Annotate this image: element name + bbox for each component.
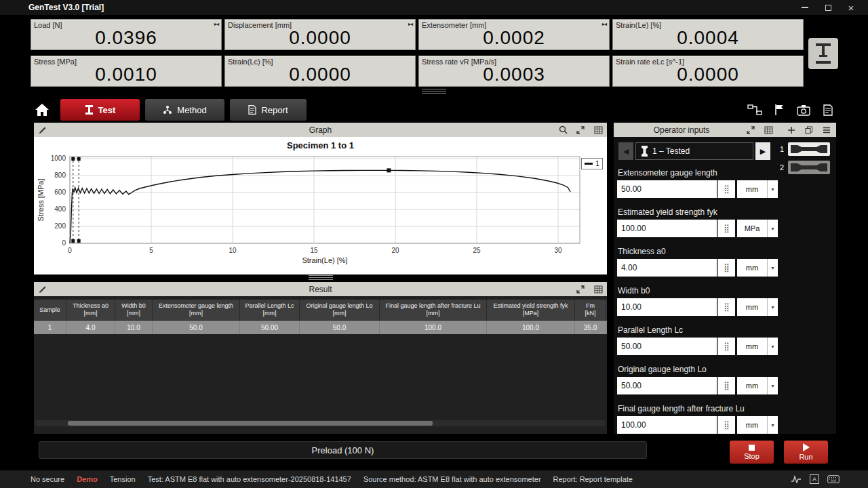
result-panel-title: Result bbox=[34, 285, 607, 294]
scrollbar-thumb[interactable] bbox=[68, 421, 433, 426]
table-cell[interactable]: 100.0 bbox=[380, 321, 487, 334]
collapse-arrows-icon[interactable]: ▸◂ bbox=[408, 21, 412, 27]
svg-text:600: 600 bbox=[54, 188, 66, 196]
field-input[interactable]: 50.00 bbox=[617, 180, 717, 198]
specimen-list-item[interactable]: 2 bbox=[778, 159, 836, 176]
specimen-number: 2 bbox=[778, 163, 785, 171]
column-header[interactable]: Parallel Length Lc[mm] bbox=[240, 300, 300, 320]
field-input[interactable]: 100.00 bbox=[617, 416, 717, 434]
unit-dropdown[interactable]: mm▾ bbox=[737, 377, 778, 394]
column-header[interactable]: Width b0[mm] bbox=[115, 300, 153, 320]
machine-status-icon[interactable] bbox=[808, 38, 838, 69]
zoom-icon[interactable] bbox=[557, 125, 568, 135]
readout-value: 0.0000 bbox=[225, 27, 415, 49]
splitter-handle-middle[interactable] bbox=[309, 275, 333, 280]
svg-text:30: 30 bbox=[554, 247, 562, 254]
plot-area[interactable]: Specimen 1 to 1 020040060080010000510152… bbox=[34, 137, 607, 274]
legend-series-1[interactable]: 1 bbox=[581, 158, 603, 169]
keypad-icon[interactable]: ⣿ bbox=[717, 416, 735, 434]
keypad-icon[interactable]: ⣿ bbox=[717, 298, 735, 316]
statusbar-items: No secureDemoTensionTest: ASTM E8 flat w… bbox=[31, 475, 633, 483]
keypad-icon[interactable]: ⣿ bbox=[717, 180, 735, 198]
horizontal-scrollbar[interactable] bbox=[35, 420, 606, 426]
readout-value: 0.0396 bbox=[31, 27, 221, 49]
statusbar-item: Demo bbox=[77, 475, 98, 483]
minimize-icon[interactable] bbox=[793, 0, 816, 15]
operator-fields: Extensometer gauge length50.00⣿mm▾Estima… bbox=[614, 123, 778, 434]
result-row[interactable]: 14.010.050.050.0050.0100.0100.035.0 bbox=[34, 321, 607, 334]
readout-cell: Displacement [mm]0.0000▸◂ bbox=[224, 19, 416, 50]
column-header[interactable]: Fm[kN] bbox=[575, 300, 606, 320]
tab-bar: Test Method Report bbox=[0, 98, 868, 122]
camera-icon[interactable] bbox=[795, 102, 812, 118]
keypad-icon[interactable]: ⣿ bbox=[717, 338, 735, 355]
grid-icon[interactable] bbox=[593, 125, 604, 135]
table-cell[interactable]: 50.0 bbox=[153, 321, 240, 334]
expand-icon[interactable] bbox=[575, 284, 586, 294]
input-language-icon[interactable]: A bbox=[810, 474, 819, 484]
flag-icon[interactable] bbox=[770, 102, 788, 118]
plot-title: Specimen 1 to 1 bbox=[34, 140, 607, 150]
table-cell[interactable]: 50.00 bbox=[240, 321, 300, 334]
column-header[interactable]: Sample bbox=[34, 300, 66, 320]
readout-cell: Load [N]0.0396▸◂ bbox=[31, 19, 222, 50]
collapse-arrows-icon[interactable]: ▸◂ bbox=[214, 21, 218, 27]
column-header[interactable]: Original gauge length Lo[mm] bbox=[300, 300, 380, 320]
table-cell[interactable]: 100.0 bbox=[487, 321, 575, 334]
field-input[interactable]: 4.00 bbox=[617, 259, 717, 277]
table-cell[interactable]: 35.0 bbox=[575, 321, 606, 334]
svg-text:0: 0 bbox=[62, 239, 66, 247]
specimen-number: 1 bbox=[778, 145, 785, 153]
collapse-arrows-icon[interactable]: ▸◂ bbox=[602, 21, 606, 27]
tab-label: Method bbox=[177, 105, 206, 115]
grid-icon[interactable] bbox=[593, 284, 604, 294]
readout-value: 0.0000 bbox=[225, 64, 415, 85]
column-header[interactable]: Final gauge length after fracture Lu[mm] bbox=[380, 300, 487, 320]
workflow-icon[interactable] bbox=[746, 102, 764, 118]
stop-button[interactable]: Stop bbox=[730, 441, 774, 464]
keypad-icon[interactable]: ⣿ bbox=[717, 259, 735, 277]
splitter-handle-top[interactable] bbox=[422, 89, 446, 94]
keypad-icon[interactable]: ⣿ bbox=[717, 220, 735, 237]
readout-value: 0.0010 bbox=[31, 64, 221, 85]
table-cell[interactable]: 50.0 bbox=[300, 321, 380, 334]
specimen-thumbnail-icon bbox=[788, 161, 830, 174]
tab-report[interactable]: Report bbox=[230, 99, 307, 121]
unit-dropdown[interactable]: mm▾ bbox=[737, 416, 778, 434]
dropdown-arrow-icon: ▾ bbox=[767, 377, 778, 394]
expand-icon[interactable] bbox=[575, 125, 586, 135]
readout-value: 0.0004 bbox=[613, 27, 803, 49]
unit-dropdown[interactable]: mm▾ bbox=[737, 298, 778, 316]
dropdown-arrow-icon: ▾ bbox=[767, 220, 778, 237]
document-icon[interactable] bbox=[819, 102, 837, 118]
unit-dropdown[interactable]: mm▾ bbox=[737, 259, 778, 277]
stress-strain-chart: 02004006008001000051015202530Strain(Le) … bbox=[34, 137, 607, 274]
tab-test[interactable]: Test bbox=[60, 99, 140, 121]
table-cell[interactable]: 4.0 bbox=[66, 321, 115, 334]
column-header[interactable]: Extensometer gauge length[mm] bbox=[153, 300, 240, 320]
column-header[interactable]: Thickness a0[mm] bbox=[66, 300, 115, 320]
svg-text:15: 15 bbox=[310, 247, 318, 254]
unit-label: mm bbox=[737, 421, 767, 429]
field-input[interactable]: 50.00 bbox=[617, 338, 717, 355]
table-cell[interactable]: 1 bbox=[34, 321, 66, 334]
svg-text:200: 200 bbox=[54, 222, 66, 230]
keyboard-icon[interactable] bbox=[827, 475, 840, 483]
run-button[interactable]: Run bbox=[784, 441, 828, 464]
unit-dropdown[interactable]: MPa▾ bbox=[737, 220, 778, 237]
stop-label: Stop bbox=[744, 452, 760, 460]
home-icon[interactable] bbox=[33, 101, 52, 119]
unit-dropdown[interactable]: mm▾ bbox=[737, 180, 778, 198]
column-header[interactable]: Estimated yield strength fyk[MPa] bbox=[487, 300, 575, 320]
specimen-list-item[interactable]: 1 bbox=[778, 141, 836, 157]
tab-method[interactable]: Method bbox=[145, 99, 224, 121]
unit-dropdown[interactable]: mm▾ bbox=[737, 338, 778, 355]
keypad-icon[interactable]: ⣿ bbox=[717, 377, 735, 394]
field-input[interactable]: 100.00 bbox=[617, 220, 717, 237]
close-icon[interactable]: × bbox=[840, 0, 863, 15]
field-input[interactable]: 10.00 bbox=[617, 298, 717, 316]
maximize-icon[interactable] bbox=[816, 0, 840, 15]
activity-icon[interactable] bbox=[791, 475, 802, 483]
field-input[interactable]: 50.00 bbox=[617, 377, 717, 394]
table-cell[interactable]: 10.0 bbox=[115, 321, 153, 334]
